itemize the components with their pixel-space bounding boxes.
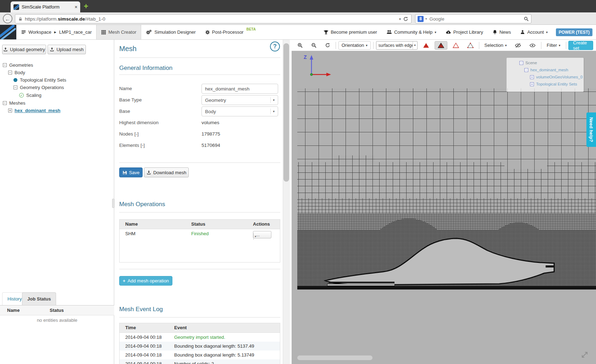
render-solid-button[interactable] [420,41,432,50]
collapse-icon[interactable]: − [519,61,523,65]
nav-workspace[interactable]: Workspace ► LMP1_race_car [16,25,96,39]
tree-item-meshes[interactable]: − Meshes [3,100,26,106]
render-solid-edges-button[interactable] [435,41,447,50]
bottom-tabbar: History Job Status [0,292,114,305]
scene-item-root[interactable]: − Scene [519,61,537,65]
render-wireframe-button[interactable] [450,41,462,50]
expand-icon[interactable]: + [8,109,12,112]
name-input[interactable] [202,84,278,94]
nav-premium[interactable]: Become premium user [319,25,382,39]
url-domain: simscale.de [58,16,85,22]
column-name: Name [7,308,20,313]
resize-grip-icon[interactable] [580,351,589,359]
search-icon[interactable] [524,16,529,22]
hex-mesh-link[interactable]: hex_dominant_mesh [15,108,60,113]
table-row[interactable]: SHM Finished ... ▾ [120,229,280,238]
new-tab-button[interactable]: + [84,3,88,10]
save-icon [122,170,127,175]
need-help-tab[interactable]: Need help? [586,112,596,147]
tab-close-icon[interactable]: × [74,4,77,10]
nav-project-library[interactable]: Project Library [441,25,488,39]
refresh-button[interactable] [322,41,333,50]
simulation-designer-label: Simulation Designer [154,29,195,35]
back-button[interactable]: ← [3,14,12,23]
collapse-icon[interactable]: − [8,71,12,75]
trophy-icon [324,30,329,35]
scene-item-topological[interactable]: + Topological Entity Sets [530,82,577,86]
elements-value: 5170694 [202,143,220,148]
upload-geometry-button[interactable]: Upload geometry [2,45,46,54]
community-icon [386,29,392,35]
viewport-hscrollbar[interactable] [297,355,372,360]
mesh-render[interactable] [292,51,596,364]
selection-button[interactable]: Selection ▾ [481,41,509,50]
event-time: 2014-09-04 00:18 [125,352,162,358]
collapse-icon[interactable]: − [3,101,7,105]
tree-item-hex-dominant-mesh[interactable]: + hex_dominant_mesh [8,108,60,113]
actions-select[interactable]: ... ▾ [253,231,271,238]
download-mesh-button[interactable]: Download mesh [144,167,189,177]
tree-item-scaling[interactable]: ✓ Scaling [19,93,42,98]
zoom-in-button[interactable] [294,41,306,50]
create-set-button[interactable]: Create set [568,41,593,50]
breadcrumb-arrow-icon: ► [54,30,57,34]
tab-post-processor[interactable]: Post-Processor BETA [200,25,260,39]
nav-community[interactable]: Community & Help ▾ [382,25,441,39]
url-dropdown-icon[interactable]: ▾ [399,17,401,21]
scrollbar-thumb[interactable] [283,43,289,182]
zoom-in-icon [297,43,303,48]
tab-simulation-designer[interactable]: Simulation Designer [141,25,200,39]
base-type-label: Base Type [119,97,142,103]
app-header: Workspace ► LMP1_race_car Mesh Creator S… [0,25,596,40]
search-engine-dropdown-icon[interactable]: ▾ [425,17,427,21]
add-mesh-operation-button[interactable]: + Add mesh operation [119,276,172,286]
history-label: History [7,296,22,302]
show-button[interactable] [526,41,539,50]
selection-label: Selection [484,43,503,48]
account-icon [520,29,525,35]
tab-mesh-creator[interactable]: Mesh Creator [96,25,141,39]
expand-icon[interactable]: + [530,75,534,79]
collapse-icon[interactable]: − [13,86,17,89]
browser-titlebar: SimScale Platform × + [0,0,596,12]
search-bar[interactable]: 8 ▾ [415,14,531,23]
orientation-button[interactable]: Orientation ▾ [338,41,371,50]
tab-job-status[interactable]: Job Status [22,292,56,305]
tree-item-geometries[interactable]: − Geometries [3,62,33,68]
help-icon[interactable]: ? [270,42,280,51]
scene-item-mesh[interactable]: − hex_dominant_mesh [524,68,568,72]
filter-button[interactable]: Filter ▾ [544,41,563,50]
panel-splitter-handle[interactable] [112,199,115,208]
hide-button[interactable] [512,41,524,50]
browser-tab[interactable]: SimScale Platform × [11,1,80,12]
gears-icon [146,29,152,35]
collapse-icon[interactable]: − [524,68,528,72]
url-bar[interactable]: https://platform.simscale.de/#tab_1-0 ▾ [15,14,412,23]
plan-badge[interactable]: POWER (TEST) [556,28,592,36]
upload-mesh-button[interactable]: Upload mesh [48,45,86,54]
collapse-icon[interactable]: − [3,63,7,67]
render-points-button[interactable] [464,41,476,50]
expand-icon[interactable]: + [530,82,534,86]
tree-item-body[interactable]: − Body [8,70,25,75]
triangle-points-icon [467,43,474,48]
scene-item-volume[interactable]: + volumeOnGeoVolumes_0 [530,75,583,79]
tree-item-topological-entity-sets[interactable]: Topological Entity Sets [13,77,66,83]
url-path: /#tab_1-0 [85,16,105,22]
simscale-logo[interactable] [0,25,16,39]
save-button[interactable]: Save [119,167,143,177]
base-type-select[interactable]: Geometry ▾ [202,95,278,105]
render-mode-select[interactable]: surfaces with edge ▾ [376,41,418,50]
nav-account[interactable]: Account ▾ [515,25,552,39]
google-icon[interactable]: 8 [418,16,424,22]
zoom-out-button[interactable] [308,41,320,50]
search-input[interactable] [429,16,522,22]
reload-icon[interactable] [403,16,408,22]
nav-news[interactable]: News [488,25,516,39]
upload-icon [50,47,54,52]
orientation-label: Orientation [342,43,364,48]
base-select[interactable]: Body ▾ [202,106,278,116]
section-mesh-operations: Mesh Operations [119,201,165,208]
table-row: 2014-09-04 00:18 Number of solids: 2 [120,359,280,364]
tree-item-geometry-operations[interactable]: − Geometry Operations [13,85,64,90]
